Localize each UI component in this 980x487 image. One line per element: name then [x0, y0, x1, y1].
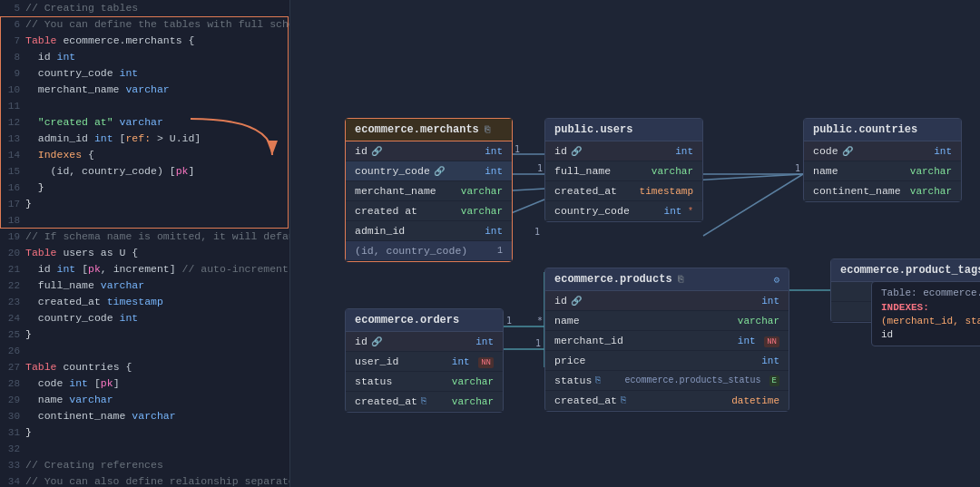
table-row[interactable]: merchant_name varchar: [346, 181, 512, 201]
code-line: 13 admin_id int [ref: > U.id]: [0, 131, 289, 147]
code-line: 15 (id, country_code) [pk]: [0, 163, 289, 180]
table-countries-title: public.countries: [813, 123, 917, 136]
svg-text:*: *: [537, 316, 543, 326]
code-line: 10 merchant_name varchar: [0, 82, 289, 98]
code-line: 11: [0, 98, 289, 114]
settings-icon[interactable]: ⚙: [773, 274, 779, 286]
table-product-tags-header: ecommerce.product_tags: [831, 259, 980, 282]
code-line: 19 // If schema name is omitted, it will…: [0, 229, 289, 245]
svg-text:1: 1: [534, 227, 540, 237]
svg-text:1: 1: [535, 338, 541, 348]
code-line: 24 country_code int: [0, 310, 289, 326]
code-line: 21 id int [pk, increment] // auto-increm…: [0, 261, 289, 278]
link-icon: 🔗: [371, 146, 382, 157]
link-icon: 🔗: [434, 166, 445, 177]
link-icon: ⎘: [421, 396, 426, 406]
table-row[interactable]: id 🔗 int: [545, 141, 702, 161]
table-merchants-title: ecommerce.merchants: [355, 123, 479, 136]
code-line: 33 // Creating references: [0, 457, 289, 473]
code-line: 9 country_code int: [0, 65, 289, 82]
table-row[interactable]: price int: [545, 351, 789, 371]
table-products-header: ecommerce.products ⎘ ⚙: [545, 268, 789, 291]
code-line: 17 }: [0, 196, 289, 212]
code-line: 12 "created at" varchar: [0, 114, 289, 131]
copy-icon[interactable]: ⎘: [678, 275, 683, 285]
table-merchants[interactable]: ecommerce.merchants ⎘ id 🔗 int country_c…: [345, 118, 513, 262]
table-row-footer: (id, country_code) 1: [346, 241, 512, 261]
table-row[interactable]: admin_id int: [346, 221, 512, 241]
table-products-title: ecommerce.products: [554, 273, 672, 286]
table-row[interactable]: merchant_id int NN: [545, 331, 789, 351]
code-line: 32: [0, 441, 289, 457]
table-row[interactable]: continent_name varchar: [804, 181, 961, 201]
svg-text:1: 1: [514, 144, 520, 154]
table-product-tags-title: ecommerce.product_tags: [840, 264, 980, 277]
table-row[interactable]: id 🔗 int: [346, 332, 503, 352]
link-icon: 🔗: [571, 296, 582, 307]
table-orders-header: ecommerce.orders: [346, 309, 503, 332]
table-row[interactable]: status varchar: [346, 372, 503, 392]
table-products[interactable]: ecommerce.products ⎘ ⚙ id 🔗 int name var…: [544, 268, 789, 412]
table-row[interactable]: name varchar: [804, 161, 961, 181]
svg-line-3: [703, 174, 803, 236]
table-row[interactable]: country_code 🔗 int: [346, 161, 512, 181]
tooltip-index-val: (merchant_id, status): [881, 316, 980, 326]
link-icon: ⎘: [595, 375, 601, 385]
code-line: 31 }: [0, 424, 289, 441]
svg-text:1: 1: [506, 316, 512, 326]
table-row[interactable]: created_at ⎘ datetime: [545, 391, 789, 411]
table-row[interactable]: id 🔗 int: [346, 141, 512, 161]
tooltip-card: Table: ecommerce.products INDEXES: (merc…: [871, 281, 980, 346]
code-line: 28 code int [pk]: [0, 375, 289, 392]
link-icon: 🔗: [371, 336, 382, 347]
table-orders-title: ecommerce.orders: [355, 314, 459, 326]
code-line: 20 Table users as U {: [0, 245, 289, 261]
code-line: 18: [0, 212, 289, 229]
table-merchants-header: ecommerce.merchants ⎘: [346, 119, 512, 141]
code-panel: 5 // Creating tables 6 // You can define…: [0, 0, 290, 487]
tooltip-indexes-label: INDEXES:: [881, 302, 929, 313]
table-users-title: public.users: [554, 123, 632, 136]
svg-text:1: 1: [795, 163, 800, 173]
code-line: 26: [0, 343, 289, 359]
table-row[interactable]: status ⎘ ecommerce.products_status E: [545, 371, 789, 391]
link-icon: 🔗: [571, 146, 582, 157]
table-row[interactable]: id 🔗 int: [545, 291, 789, 311]
table-row[interactable]: created_at timestamp: [545, 181, 702, 201]
table-users-header: public.users: [545, 119, 702, 141]
code-line: 34 // You can also define relaionship se…: [0, 473, 289, 487]
code-line: 8 id int: [0, 49, 289, 65]
table-row[interactable]: full_name varchar: [545, 161, 702, 181]
table-row[interactable]: user_id int NN: [346, 352, 503, 372]
code-line: 6 // You can define the tables with full…: [0, 16, 289, 33]
tooltip-title: Table: ecommerce.products: [881, 287, 980, 298]
link-icon: 🔗: [842, 146, 853, 157]
table-row[interactable]: created_at ⎘ varchar: [346, 392, 503, 412]
tooltip-id: id: [881, 329, 980, 340]
link-icon: ⎘: [621, 395, 626, 405]
table-users[interactable]: public.users id 🔗 int full_name varchar …: [544, 118, 703, 222]
code-line: 30 continent_name varchar: [0, 408, 289, 424]
table-row[interactable]: name varchar: [545, 311, 789, 331]
code-line: 16 }: [0, 180, 289, 196]
copy-icon[interactable]: ⎘: [485, 125, 490, 135]
table-orders[interactable]: ecommerce.orders id 🔗 int user_id int NN…: [345, 308, 504, 413]
code-line: 23 created_at timestamp: [0, 294, 289, 310]
table-countries[interactable]: public.countries code 🔗 int name varchar…: [803, 118, 962, 202]
code-line: 14 Indexes {: [0, 147, 289, 163]
table-countries-header: public.countries: [804, 119, 961, 141]
code-line: 25 }: [0, 326, 289, 343]
table-row[interactable]: code 🔗 int: [804, 141, 961, 161]
code-line: 5 // Creating tables: [0, 0, 289, 16]
code-line: 29 name varchar: [0, 392, 289, 408]
code-line: 22 full_name varchar: [0, 278, 289, 294]
svg-text:1: 1: [537, 163, 543, 173]
table-row[interactable]: country_code int *: [545, 201, 702, 221]
table-row[interactable]: created at varchar: [346, 201, 512, 221]
diagram-panel: 1 1 1 * ecommerce.merchants ⎘ id 🔗 int c…: [290, 0, 980, 487]
code-line: 7 Table ecommerce.merchants {: [0, 33, 289, 49]
code-line: 27 Table countries {: [0, 359, 289, 375]
